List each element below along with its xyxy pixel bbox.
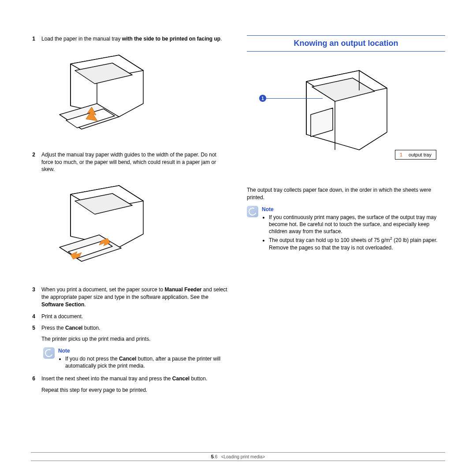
right-column: Knowing an output location 1 1 output tr… [247,35,445,441]
step-text-bold: with the side to be printed on facing up [122,36,220,42]
chapter-title: <Loading print media> [221,454,265,459]
note-content: Note If you continuously print many page… [262,206,445,252]
figure-manual-tray-load [44,51,229,143]
printer-illustration-2 [44,181,159,278]
figure-output-tray: 1 1 output tray [247,64,445,178]
text: The output tray can hold up to 100 sheet… [269,237,390,243]
page-footer: 5.6 <Loading print media> [31,452,445,461]
legend-label: output tray [409,152,431,157]
step-2: 2 Adjust the manual tray paper width gui… [31,151,229,173]
step-number: 5 [31,324,35,343]
note-block-left: Note If you do not press the Cancel butt… [43,347,229,371]
text-bold: Cancel [119,356,136,362]
note-item: The output tray can hold up to 100 sheet… [269,236,445,251]
step-number: 2 [31,151,35,173]
step-4: 4 Print a document. [31,313,229,320]
step-number: 6 [31,375,35,394]
step-body: Adjust the manual tray paper width guide… [41,151,229,173]
section-heading: Knowing an output location [247,37,445,50]
note-title: Note [262,206,445,213]
text-extra: Repeat this step for every page to be pr… [41,387,229,394]
text-bold: Manual Feeder [165,286,202,293]
note-item: If you do not press the Cancel button, a… [65,355,229,369]
left-column: 1 Load the paper in the manual tray with… [31,35,229,441]
step-body: Load the paper in the manual tray with t… [41,35,229,43]
text: button. [82,325,100,331]
step-body: Press the Cancel button. The printer pic… [41,324,229,343]
step-3: 3 When you print a document, set the pap… [31,286,229,308]
legend-number: 1 [400,152,402,157]
step-number: 1 [31,35,35,43]
text-bold: Cancel [65,325,82,331]
printer-illustration-output [282,64,405,165]
legend-box: 1 output tray [395,150,436,160]
step-5: 5 Press the Cancel button. The printer p… [31,324,229,343]
step-body: Insert the next sheet into the manual tr… [41,375,229,394]
step-number: 4 [31,313,35,320]
note-icon [43,347,55,359]
text: button. [190,376,207,382]
step-text-post: . [220,36,222,42]
figure-width-guides [44,181,229,278]
note-icon [247,206,258,217]
page-number-minor: .6 [214,454,217,459]
text: Insert the next sheet into the manual tr… [41,376,172,382]
step-number: 3 [31,286,35,308]
section-header: Knowing an output location [247,35,445,52]
text: If you do not press the [65,356,119,362]
text: Press the [41,325,65,331]
note-content: Note If you do not press the Cancel butt… [58,347,229,371]
step-1: 1 Load the paper in the manual tray with… [31,35,229,43]
note-title: Note [58,347,229,354]
note-item: If you continuously print many pages, th… [269,214,445,235]
text: When you print a document, set the paper… [41,286,165,293]
note-block-right: Note If you continuously print many page… [247,206,445,252]
step-body: Print a document. [41,313,229,320]
step-6: 6 Insert the next sheet into the manual … [31,375,229,394]
text-extra: The printer picks up the print media and… [41,335,229,343]
output-description: The output tray collects paper face down… [247,186,445,201]
step-text-pre: Load the paper in the manual tray [41,36,122,42]
callout-line [266,98,323,99]
printer-illustration-1 [44,51,159,143]
step-body: When you print a document, set the paper… [41,286,229,308]
text-bold: Software Section [41,301,84,308]
callout-bubble: 1 [259,95,266,102]
text: . [84,301,86,308]
text-bold: Cancel [172,376,190,382]
